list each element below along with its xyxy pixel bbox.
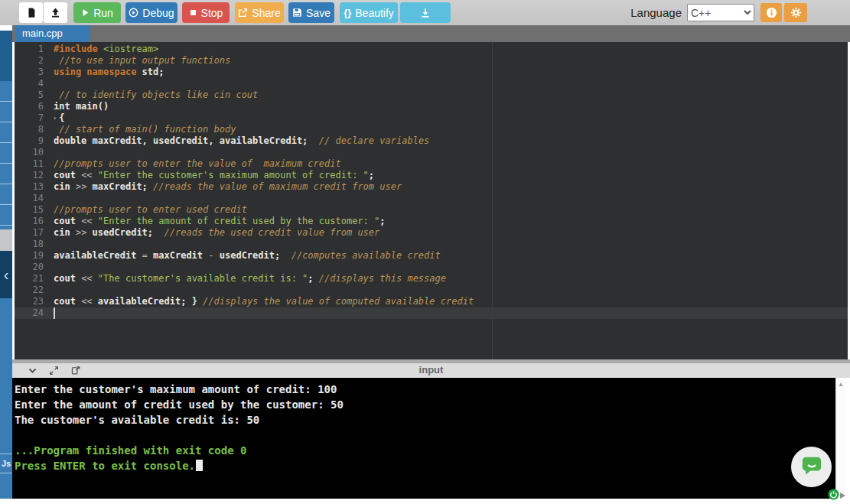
gutter-line-number[interactable]: 14 bbox=[15, 193, 48, 204]
code-token: cin bbox=[54, 181, 76, 192]
gutter-line-number[interactable]: 20 bbox=[15, 262, 48, 273]
code-line[interactable] bbox=[54, 147, 848, 158]
gutter-line-number[interactable]: 17 bbox=[15, 227, 48, 239]
share-button[interactable]: Share bbox=[235, 2, 284, 23]
code-line[interactable]: double maxCredit, usedCredit, availableC… bbox=[54, 135, 848, 147]
code-line[interactable] bbox=[54, 262, 848, 273]
download-icon bbox=[420, 8, 431, 18]
code-line[interactable]: using namespace std; bbox=[54, 67, 848, 78]
code-token: cout bbox=[54, 273, 81, 284]
gutter-line-number[interactable]: 9 bbox=[15, 135, 48, 147]
code-token: double maxCredit, usedCredit, availableC… bbox=[54, 135, 308, 146]
code-token: "Enter the amount of credit used by the … bbox=[98, 216, 379, 226]
gutter-line-number[interactable]: 10 bbox=[15, 147, 48, 158]
code-token: //reads the value of maximum credit from… bbox=[153, 181, 402, 192]
console-cursor bbox=[196, 460, 203, 471]
code-line[interactable]: //to use input output functions bbox=[54, 55, 848, 67]
language-label: Language bbox=[630, 6, 682, 19]
sidebar-share-buttons[interactable] bbox=[0, 81, 12, 229]
code-line[interactable] bbox=[54, 239, 848, 250]
beautify-button[interactable]: {} Beautify bbox=[340, 2, 398, 23]
code-token: int main() bbox=[54, 101, 109, 112]
sidebar-segment-top[interactable] bbox=[0, 31, 12, 81]
gutter-line-number[interactable]: 12 bbox=[15, 170, 48, 181]
code-token: maxCredit; bbox=[93, 181, 153, 192]
gutter-line-number[interactable]: 13 bbox=[15, 181, 48, 193]
debug-button[interactable]: Debug bbox=[125, 2, 177, 23]
gutter-line-number[interactable]: 21 bbox=[15, 273, 48, 285]
gutter-line-number[interactable]: 22 bbox=[15, 285, 48, 296]
settings-button[interactable] bbox=[784, 3, 807, 22]
beautify-label: Beautify bbox=[355, 7, 394, 19]
code-token: ; bbox=[379, 216, 385, 226]
gutter-line-number[interactable]: 2 bbox=[15, 55, 48, 67]
console-line bbox=[15, 428, 835, 443]
gutter-line-number[interactable]: 8 bbox=[15, 124, 48, 135]
code-editor[interactable]: 1234567▾89101112131415161718192021222324… bbox=[15, 42, 848, 359]
play-icon bbox=[81, 8, 90, 17]
gutter-line-number[interactable]: 23 bbox=[15, 296, 48, 307]
code-line[interactable]: int main() bbox=[54, 101, 848, 112]
gutter-line-number[interactable]: 1 bbox=[15, 44, 48, 55]
code-line[interactable] bbox=[54, 307, 848, 319]
gutter-line-number[interactable]: 5 bbox=[15, 89, 48, 101]
code-line[interactable]: #include <iostream> bbox=[54, 44, 848, 55]
info-button[interactable] bbox=[760, 3, 782, 22]
code-line[interactable]: //prompts user to enter the value of max… bbox=[54, 158, 848, 170]
code-line[interactable]: cout << "Enter the customer's maximum am… bbox=[54, 170, 848, 181]
console-line: ...Program finished with exit code 0 bbox=[15, 443, 835, 458]
code-line[interactable]: cin >> maxCredit; //reads the value of m… bbox=[54, 181, 848, 193]
gutter-line-number[interactable]: 19 bbox=[15, 250, 48, 262]
stop-button[interactable]: Stop bbox=[182, 2, 230, 23]
code-line[interactable]: // to identify objects like cin cout bbox=[54, 89, 848, 101]
code-token: //prompts user to enter used credit bbox=[54, 204, 247, 215]
code-token: //to use input output functions bbox=[54, 55, 230, 66]
download-button[interactable] bbox=[400, 2, 451, 23]
run-button[interactable]: Run bbox=[73, 2, 121, 23]
chat-widget-button[interactable] bbox=[791, 447, 832, 487]
code-line[interactable]: cin >> usedCredit; //reads the used cred… bbox=[54, 227, 848, 239]
scroll-up-arrow[interactable]: ▲ bbox=[836, 381, 845, 388]
code-line[interactable]: // start of main() function body bbox=[54, 124, 848, 135]
gutter-line-number[interactable]: 4 bbox=[15, 78, 48, 89]
gutter-line-number[interactable]: 3 bbox=[15, 67, 48, 78]
code-line[interactable]: cout << "The customer's available credit… bbox=[54, 273, 848, 285]
code-line[interactable]: availableCredit = maxCredit - usedCredit… bbox=[54, 250, 848, 262]
tab-main-cpp[interactable]: main.cpp bbox=[15, 25, 90, 42]
language-select[interactable]: C++ bbox=[687, 4, 754, 21]
sidebar-collapse-button[interactable]: ‹ bbox=[0, 251, 12, 298]
braces-icon: {} bbox=[344, 7, 351, 18]
code-line[interactable] bbox=[54, 285, 848, 296]
save-button[interactable]: Save bbox=[288, 2, 334, 23]
gutter-line-number[interactable]: 6 bbox=[15, 101, 48, 112]
console-output[interactable]: Enter the customer's maximum amount of c… bbox=[12, 378, 835, 499]
sidebar-segment-gray[interactable] bbox=[0, 229, 12, 251]
sidebar-segment-bottom[interactable]: Js bbox=[0, 298, 12, 499]
gutter-line-number[interactable]: 7▾ bbox=[15, 112, 48, 124]
new-file-button[interactable] bbox=[19, 2, 43, 23]
code-line[interactable]: { bbox=[54, 112, 848, 124]
gutter-line-number[interactable]: 24 bbox=[15, 307, 48, 319]
gutter-line-number[interactable]: 18 bbox=[15, 239, 48, 250]
code-line[interactable] bbox=[54, 78, 848, 89]
console-line: The customer's available credit is: 50 bbox=[15, 412, 835, 428]
console-scrollbar[interactable]: ▲ bbox=[835, 378, 845, 499]
badge-arrow-icon[interactable] bbox=[840, 493, 845, 499]
code-token: usedCredit; bbox=[220, 250, 286, 261]
gutter-line-number[interactable]: 15 bbox=[15, 204, 48, 216]
code-line[interactable]: cout << "Enter the amount of credit used… bbox=[54, 216, 848, 227]
code-token: availableCredit; } bbox=[98, 296, 203, 307]
floating-badge-button[interactable] bbox=[828, 489, 839, 500]
code-token: << bbox=[81, 170, 98, 180]
code-line[interactable]: cout << availableCredit; } //displays th… bbox=[54, 296, 848, 307]
upload-button[interactable] bbox=[44, 2, 67, 23]
js-badge[interactable]: Js bbox=[0, 454, 12, 473]
code-line[interactable] bbox=[54, 193, 848, 204]
gutter-line-number[interactable]: 16 bbox=[15, 216, 48, 227]
upload-icon bbox=[50, 7, 61, 18]
gutter-line-number[interactable]: 11 bbox=[15, 158, 48, 170]
code-token: ; bbox=[369, 170, 374, 180]
code-line[interactable]: //prompts user to enter used credit bbox=[54, 204, 848, 216]
toolbar: Run Debug Stop Share Save {} bbox=[0, 0, 850, 25]
console-input-label[interactable]: input bbox=[12, 364, 850, 376]
